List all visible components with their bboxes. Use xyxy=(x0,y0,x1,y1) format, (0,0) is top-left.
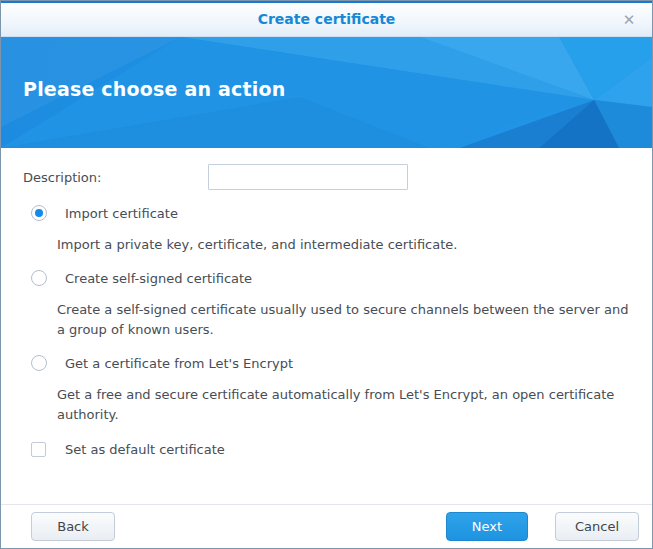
option-import-description: Import a private key, certificate, and i… xyxy=(57,235,630,255)
option-label[interactable]: Get a certificate from Let's Encrypt xyxy=(65,356,293,371)
next-button[interactable]: Next xyxy=(446,512,528,541)
wizard-banner: Please choose an action xyxy=(1,37,652,148)
dialog-content: Description: Import certificate Import a… xyxy=(1,148,652,504)
description-label: Description: xyxy=(23,170,208,185)
option-label[interactable]: Import certificate xyxy=(65,206,178,221)
set-default-certificate-row[interactable]: Set as default certificate xyxy=(23,440,630,458)
back-button[interactable]: Back xyxy=(31,512,115,541)
option-import-certificate[interactable]: Import certificate xyxy=(23,204,630,222)
option-self-signed-description: Create a self-signed certificate usually… xyxy=(57,300,630,340)
option-label[interactable]: Create self-signed certificate xyxy=(65,271,252,286)
page-title: Please choose an action xyxy=(23,78,285,100)
set-default-label[interactable]: Set as default certificate xyxy=(65,442,225,457)
dialog-footer: Back Next Cancel xyxy=(1,504,652,548)
set-default-checkbox[interactable] xyxy=(31,442,46,457)
description-input[interactable] xyxy=(208,164,408,190)
description-row: Description: xyxy=(23,164,630,190)
radio-self-signed[interactable] xyxy=(31,270,47,286)
option-lets-encrypt[interactable]: Get a certificate from Let's Encrypt xyxy=(23,354,630,372)
create-certificate-dialog: Create certificate ✕ Please choose an ac… xyxy=(0,0,653,549)
cancel-button[interactable]: Cancel xyxy=(555,512,639,541)
option-lets-encrypt-description: Get a free and secure certificate automa… xyxy=(57,385,630,425)
dialog-titlebar: Create certificate ✕ xyxy=(1,1,652,37)
dialog-title: Create certificate xyxy=(1,11,652,27)
radio-lets-encrypt[interactable] xyxy=(31,355,47,371)
close-icon[interactable]: ✕ xyxy=(620,11,638,29)
radio-import-certificate[interactable] xyxy=(31,205,47,221)
option-self-signed[interactable]: Create self-signed certificate xyxy=(23,269,630,287)
